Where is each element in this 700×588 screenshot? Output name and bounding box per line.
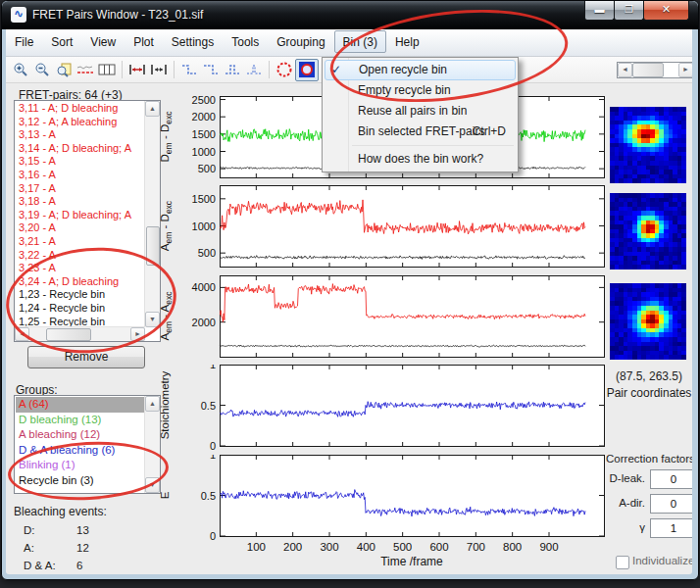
svg-text:900: 900: [539, 541, 558, 553]
baseline-tool-icon[interactable]: [75, 60, 96, 80]
circle-roi-active-icon[interactable]: [295, 59, 319, 81]
fret-pair-list-item[interactable]: 3,11 - A; D bleaching: [16, 102, 144, 116]
columns-tool-icon[interactable]: [96, 60, 118, 80]
fret-pair-list-item[interactable]: 3,20 - A: [16, 221, 144, 235]
fret-pair-list-item[interactable]: 3,12 - A; A bleaching: [16, 116, 144, 129]
bin-menu-item-bin-selected-fret-pairs[interactable]: Bin selected FRET-pairsCtrl+D: [325, 122, 516, 142]
fret-list-hscrollbar[interactable]: ◄ ►: [15, 326, 145, 341]
zoom-in-icon[interactable]: [10, 60, 31, 80]
plot-e: 10020030040050060070080090000.51ETime /f…: [153, 455, 614, 569]
svg-text:Aem - Dexc: Aem - Dexc: [159, 200, 174, 251]
bleaching-a-label: A:: [24, 542, 34, 554]
group-list-item[interactable]: A (64): [16, 397, 144, 413]
acceptor-channel-image: [610, 193, 686, 270]
zoom-out-icon[interactable]: [31, 60, 53, 80]
plot-trace-2: 20004000Aem - Aexc: [153, 275, 614, 363]
minimize-button[interactable]: ▬: [584, 1, 615, 21]
fret-pair-list-item[interactable]: 3,17 - A: [16, 182, 144, 196]
shortcut-label: Ctrl+D: [473, 122, 506, 142]
title-bar[interactable]: ∿ FRET Pairs Window - T23_01.sif ▬ ❐ ✕: [2, 1, 698, 29]
bin-menu-item-how-does-the-bin-work-[interactable]: How does the bin work?: [325, 149, 516, 170]
plot-trace-1: 50010001500Aem - Dexc: [153, 185, 614, 272]
fret-pair-list-item[interactable]: 3,24 - A; D bleaching: [16, 275, 144, 289]
menu-item-plot[interactable]: Plot: [125, 30, 163, 53]
menu-item-bin-3-[interactable]: Bin (3): [334, 30, 386, 53]
fret-pair-list-item[interactable]: 3,18 - A: [16, 195, 144, 209]
remove-button[interactable]: Remove: [27, 346, 145, 368]
bin-menu-item-open-recycle-bin[interactable]: Open recycle bin✓: [325, 60, 516, 80]
bin-menu-item-empty-recycle-bin[interactable]: Empty recycle bin: [325, 80, 516, 101]
maximize-button[interactable]: ❐: [614, 1, 644, 21]
donor-channel-image: [610, 107, 686, 183]
fret-pair-list-item[interactable]: 3,14 - A; D bleaching; A: [16, 142, 144, 156]
svg-text:0.5: 0.5: [201, 490, 216, 502]
compress-x-axis-icon[interactable]: [148, 60, 170, 80]
groups-listbox[interactable]: A (64)D bleaching (13)A bleaching (12)D …: [14, 395, 161, 494]
svg-text:500: 500: [393, 541, 412, 553]
close-button[interactable]: ✕: [643, 1, 689, 21]
svg-text:0.5: 0.5: [201, 400, 216, 412]
fret-pair-list-item[interactable]: 3,19 - A; D bleaching; A: [16, 209, 144, 222]
individualized-checkbox[interactable]: [616, 556, 629, 569]
group-list-item[interactable]: A bleaching (12): [16, 427, 144, 443]
circle-roi-icon[interactable]: [274, 60, 295, 80]
step-fit-down-left-icon[interactable]: [178, 60, 200, 80]
step-fit-down-right-icon[interactable]: [200, 60, 222, 80]
bleaching-d-label: D:: [24, 524, 35, 536]
d-leak-field[interactable]: 0: [650, 469, 692, 489]
svg-text:1500: 1500: [192, 128, 216, 140]
fret-pair-list-item[interactable]: 3,21 - A: [16, 235, 144, 249]
group-list-item[interactable]: D & A bleaching (6): [16, 443, 144, 459]
svg-text:2000: 2000: [192, 317, 216, 328]
svg-text:1000: 1000: [192, 220, 216, 232]
svg-text:100: 100: [247, 541, 266, 553]
a-dir-field[interactable]: 0: [650, 494, 692, 514]
fret-pair-list-item[interactable]: 1,25 - Recycle bin: [16, 316, 144, 327]
menu-item-grouping[interactable]: Grouping: [268, 30, 333, 53]
gamma-label: γ: [600, 521, 645, 533]
bleaching-events-label: Bleaching events:: [14, 505, 107, 518]
svg-text:1: 1: [210, 365, 216, 370]
group-list-item[interactable]: D bleaching (13): [16, 413, 144, 428]
menu-bar: FileSortViewPlotSettingsToolsGroupingBin…: [6, 29, 692, 57]
zoom-selection-icon[interactable]: [53, 60, 75, 80]
menu-item-help[interactable]: Help: [386, 30, 428, 53]
individualized-label: Individualized: [632, 555, 692, 566]
checkmark-icon: ✓: [331, 61, 341, 79]
step-fit-up-icon[interactable]: [222, 60, 243, 80]
bleaching-da-value: 6: [76, 560, 82, 571]
svg-text:600: 600: [429, 541, 448, 553]
fret-pair-list-item[interactable]: 3,13 - A: [16, 128, 144, 142]
menu-item-file[interactable]: File: [6, 30, 42, 53]
correction-factors-label: Correction factors:: [594, 453, 692, 465]
svg-text:1: 1: [210, 455, 216, 461]
bleaching-d-value: 13: [76, 524, 89, 536]
svg-text:1500: 1500: [192, 193, 216, 205]
gamma-field[interactable]: 1: [650, 518, 692, 538]
fret-pair-list-item[interactable]: 1,24 - Recycle bin: [16, 302, 144, 316]
menu-item-settings[interactable]: Settings: [163, 30, 223, 53]
svg-text:Aem - Aexc: Aem - Aexc: [159, 291, 174, 341]
bin-menu-item-reuse-all-pairs-in-bin[interactable]: Reuse all pairs in bin: [325, 101, 516, 122]
fret-pair-list-item[interactable]: 1,23 - Recycle bin: [16, 288, 144, 302]
fret-pair-list-item[interactable]: 3,15 - A: [16, 155, 144, 169]
menu-item-tools[interactable]: Tools: [223, 30, 268, 53]
svg-text:500: 500: [198, 163, 216, 174]
group-list-item[interactable]: Blinking (1): [16, 458, 144, 473]
bin-dropdown-menu: Open recycle bin✓Empty recycle binReuse …: [322, 57, 519, 172]
step-fit-notch-icon[interactable]: [243, 60, 265, 80]
expand-x-axis-icon[interactable]: [126, 60, 148, 80]
svg-text:1000: 1000: [192, 146, 216, 158]
menu-item-sort[interactable]: Sort: [42, 30, 81, 53]
fret-pair-list-item[interactable]: 3,22 - A: [16, 249, 144, 263]
window-title: FRET Pairs Window - T23_01.sif: [32, 8, 203, 22]
fret-pairs-listbox[interactable]: 3,11 - A; D bleaching3,12 - A; A bleachi…: [14, 100, 161, 342]
svg-text:E: E: [159, 491, 171, 499]
group-list-item[interactable]: Recycle bin (3): [16, 473, 144, 489]
svg-text:2000: 2000: [192, 111, 216, 122]
fret-pair-list-item[interactable]: 3,23 - A: [16, 262, 144, 275]
menu-item-view[interactable]: View: [81, 30, 125, 53]
pair-selector-slider[interactable]: ◄ ►: [617, 62, 692, 78]
fret-pair-list-item[interactable]: 3,16 - A: [16, 169, 144, 182]
svg-text:2500: 2500: [192, 96, 216, 106]
